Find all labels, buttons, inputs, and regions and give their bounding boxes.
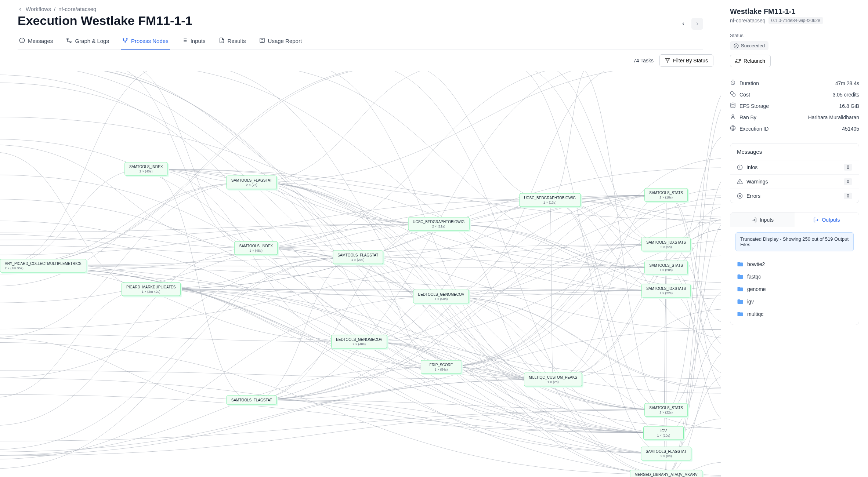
process-node[interactable]: UCSC_BEDGRAPHTOBIGWIG2 × (11s): [408, 217, 469, 231]
node-name: MULTIQC_CUSTOM_PEAKS: [529, 375, 577, 379]
outputs-icon: [813, 217, 819, 223]
tab-inputs[interactable]: Inputs: [180, 34, 207, 50]
folder-igv[interactable]: igv: [733, 295, 856, 308]
status-badge: Succeeded: [730, 41, 768, 50]
svg-point-25: [731, 103, 735, 104]
meta-row-efs-storage: EFS Storage16.8 GiB: [730, 100, 859, 112]
node-meta: 1 × (54s): [426, 367, 456, 371]
process-node[interactable]: SAMTOOLS_FLAGSTAT2 × (8s): [641, 447, 691, 460]
tab-icon: [122, 37, 128, 44]
message-row-warnings[interactable]: Warnings0: [730, 174, 859, 189]
error-icon: [737, 193, 743, 199]
details-sidebar: Westlake FM11-1-1 nf-core/atacseq 0.1.0-…: [721, 0, 868, 477]
breadcrumb[interactable]: Workflows / nf-core/atacseq: [18, 6, 703, 12]
tab-icon: [19, 37, 25, 44]
tab-messages[interactable]: Messages: [18, 34, 54, 50]
next-button[interactable]: [691, 18, 703, 30]
tabs: MessagesGraph & LogsProcess NodesInputsR…: [18, 34, 703, 50]
node-meta: 1 × (13s): [524, 200, 576, 204]
node-name: SAMTOOLS_STATS: [649, 406, 683, 410]
message-row-infos[interactable]: Infos0: [730, 160, 859, 174]
pager: [677, 18, 703, 30]
tab-usage-report[interactable]: Usage Report: [258, 34, 304, 50]
breadcrumb-workflow[interactable]: nf-core/atacseq: [58, 6, 96, 12]
inputs-icon: [751, 217, 757, 223]
node-meta: 2 × (11s): [413, 225, 464, 228]
process-graph-canvas[interactable]: ARY_PICARD_COLLECTMULTIPLEMETRICS2 × (1m…: [0, 71, 721, 477]
process-node[interactable]: SAMTOOLS_FLAGSTAT1 × (29s): [333, 250, 383, 264]
process-node[interactable]: UCSC_BEDGRAPHTOBIGWIG1 × (13s): [519, 193, 581, 207]
process-node[interactable]: PICARD_MARKDUPLICATES1 × (2m 42s): [122, 282, 180, 296]
status-label: Status: [730, 33, 859, 38]
svg-point-31: [740, 166, 740, 167]
node-meta: 1 × (10s): [648, 433, 679, 437]
message-row-errors[interactable]: Errors0: [730, 189, 859, 203]
node-name: SAMTOOLS_IDXSTATS: [646, 287, 686, 291]
user-icon: [730, 114, 736, 121]
messages-panel-title: Messages: [730, 143, 859, 160]
svg-marker-18: [665, 59, 670, 63]
folder-bowtie2[interactable]: bowtie2: [733, 258, 856, 270]
folder-icon: [737, 273, 744, 280]
svg-point-5: [123, 39, 124, 40]
svg-point-3: [67, 38, 68, 40]
truncated-notice: Truncated Display - Showing 250 out of 5…: [735, 232, 854, 251]
outputs-tab[interactable]: Outputs: [795, 212, 859, 227]
version-badge: 0.1.0-71de84-wip-f2062e: [768, 17, 823, 24]
workflow-name[interactable]: nf-core/atacseq: [730, 18, 766, 23]
process-node[interactable]: SAMTOOLS_STATS2 × (18s): [644, 188, 688, 202]
process-node[interactable]: SAMTOOLS_STATS2 × (22s): [644, 403, 688, 417]
node-name: MERGED_LIBRARY_ATAQV_MKARV: [635, 473, 698, 477]
process-node[interactable]: BEDTOOLS_GENOMECOV2 × (48s): [331, 335, 387, 349]
process-node[interactable]: SAMTOOLS_FLAGSTAT2 × (7s): [227, 176, 277, 189]
filter-icon: [665, 58, 670, 63]
svg-point-2: [22, 41, 22, 41]
process-node[interactable]: BEDTOOLS_GENOMECOV1 × (58s): [413, 290, 469, 303]
filter-by-status-button[interactable]: Filter By Status: [659, 54, 713, 67]
folder-multiqc[interactable]: multiqc: [733, 308, 856, 320]
breadcrumb-root[interactable]: Workflows: [26, 6, 51, 12]
inputs-tab[interactable]: Inputs: [730, 212, 795, 227]
folder-genome[interactable]: genome: [733, 283, 856, 295]
node-meta: 2 × (5s): [646, 245, 686, 249]
process-node[interactable]: SAMTOOLS_FLAGSTAT: [227, 395, 277, 404]
tab-results[interactable]: Results: [217, 34, 247, 50]
tab-process-nodes[interactable]: Process Nodes: [121, 34, 170, 50]
process-node[interactable]: SAMTOOLS_IDXSTATS2 × (5s): [641, 238, 691, 251]
process-node[interactable]: IGV1 × (10s): [643, 426, 684, 440]
folder-icon: [737, 286, 744, 292]
process-node[interactable]: SAMTOOLS_STATS1 × (28s): [644, 261, 688, 274]
svg-point-26: [732, 115, 734, 117]
svg-point-6: [126, 39, 127, 40]
node-name: BEDTOOLS_GENOMECOV: [418, 292, 464, 296]
tab-icon: [259, 37, 265, 44]
node-name: ARY_PICARD_COLLECTMULTIPLEMETRICS: [5, 261, 82, 265]
node-name: SAMTOOLS_INDEX: [239, 244, 273, 248]
node-meta: 1 × (29s): [337, 258, 378, 261]
folder-icon: [737, 311, 744, 317]
page-title: Execution Westlake FM11-1-1: [18, 14, 192, 28]
messages-panel: Messages Infos0Warnings0Errors0: [730, 143, 859, 203]
svg-point-7: [125, 41, 126, 43]
folder-fastqc[interactable]: fastqc: [733, 270, 856, 283]
folder-icon: [737, 261, 744, 267]
node-meta: 1 × (22s): [646, 291, 686, 295]
prev-button[interactable]: [677, 18, 689, 30]
process-node[interactable]: FRIP_SCORE1 × (54s): [421, 360, 461, 374]
node-meta: 2 × (18s): [649, 196, 683, 199]
tab-icon: [66, 37, 72, 44]
node-meta: 1 × (58s): [418, 297, 464, 301]
node-meta: 2 × (1m 35s): [5, 266, 82, 270]
coins-icon: [730, 91, 736, 98]
node-meta: 1 × (28s): [649, 268, 683, 272]
process-node[interactable]: MULTIQC_CUSTOM_PEAKS1 × (2s): [524, 372, 582, 386]
meta-row-duration: Duration47m 28.4s: [730, 77, 859, 89]
process-node[interactable]: SAMTOOLS_IDXSTATS1 × (22s): [641, 284, 691, 298]
process-node[interactable]: SAMTOOLS_INDEX2 × (40s): [124, 162, 168, 176]
process-node[interactable]: MERGED_LIBRARY_ATAQV_MKARV: [630, 470, 702, 477]
relaunch-button[interactable]: Relaunch: [730, 55, 771, 67]
process-node[interactable]: ARY_PICARD_COLLECTMULTIPLEMETRICS2 × (1m…: [0, 259, 86, 272]
node-name: SAMTOOLS_INDEX: [129, 165, 163, 169]
tab-graph-logs[interactable]: Graph & Logs: [65, 34, 111, 50]
process-node[interactable]: SAMTOOLS_INDEX1 × (48s): [234, 241, 278, 255]
